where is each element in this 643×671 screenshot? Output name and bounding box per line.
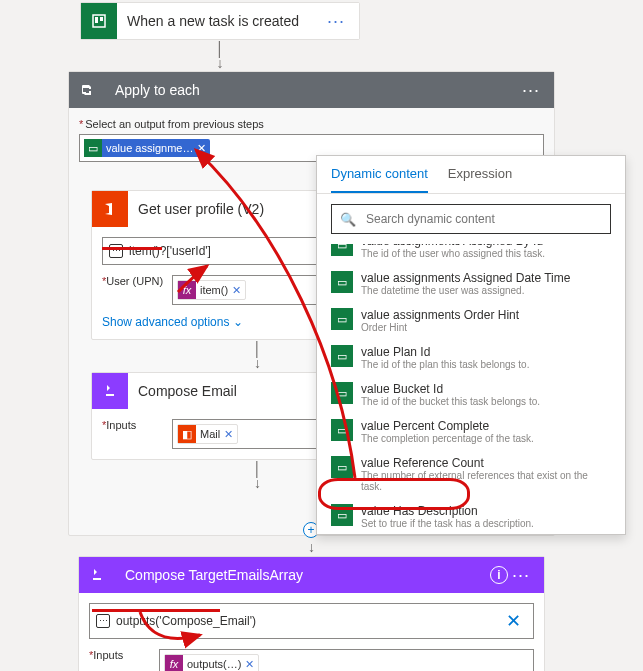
dynamic-content-item[interactable]: ▭value Plan IdThe id of the plan this ta… [325, 339, 617, 376]
token-label: outputs(…) [187, 658, 241, 670]
fx-icon: fx [165, 655, 183, 671]
tab-dynamic-content[interactable]: Dynamic content [331, 156, 428, 193]
dc-item-desc: The completion percentage of the task. [361, 433, 611, 444]
dynamic-content-item[interactable]: ▭value Has DescriptionSet to true if the… [325, 498, 617, 534]
peek-code-box[interactable]: ⋯ outputs('Compose_Email') ✕ [89, 603, 534, 639]
dc-item-title: value Has Description [361, 504, 611, 518]
svg-rect-2 [100, 17, 103, 21]
token-item-expr[interactable]: fx item() ✕ [177, 280, 246, 300]
token-remove-icon[interactable]: ✕ [245, 658, 254, 671]
dynamic-content-item[interactable]: ▭value Bucket IdThe id of the bucket thi… [325, 376, 617, 413]
compose-target-menu-icon[interactable]: ··· [508, 565, 534, 586]
dynamic-content-item[interactable]: ▭value assignments Order HintOrder Hint [325, 302, 617, 339]
chevron-down-icon: ⌄ [233, 315, 243, 329]
dc-item-title: value Plan Id [361, 345, 611, 359]
compose-icon [79, 557, 115, 593]
close-peek-icon[interactable]: ✕ [500, 610, 527, 632]
dynamic-content-flyout: Dynamic content Expression 🔍 ▭value assi… [316, 155, 626, 535]
dynamic-content-item[interactable]: ▭value assignments Assigned By IdThe id … [325, 244, 617, 265]
peek-icon: ⋯ [96, 614, 110, 628]
search-box[interactable]: 🔍 [331, 204, 611, 234]
dc-item-desc: The id of the user who assigned this tas… [361, 248, 611, 259]
search-input[interactable] [364, 211, 602, 227]
fx-icon: fx [178, 281, 196, 299]
trigger-menu-icon[interactable]: ··· [323, 11, 349, 32]
compose-target-input[interactable]: fx outputs(…) ✕ [159, 649, 534, 671]
planner-output-icon: ▭ [331, 456, 353, 478]
planner-token-icon: ▭ [84, 139, 102, 157]
compose-target-title: Compose TargetEmailsArray [125, 567, 490, 583]
search-icon: 🔍 [340, 212, 356, 227]
connector-arrow: │↓ [80, 40, 360, 72]
planner-output-icon: ▭ [331, 419, 353, 441]
dc-item-title: value Bucket Id [361, 382, 611, 396]
dc-item-title: value Percent Complete [361, 419, 611, 433]
token-outputs-expr[interactable]: fx outputs(…) ✕ [164, 654, 259, 671]
dc-item-desc: The id of the plan this task belongs to. [361, 359, 611, 370]
peek-expression: outputs('Compose_Email') [116, 614, 256, 628]
dc-item-title: value assignments Assigned Date Time [361, 271, 611, 285]
show-advanced-link[interactable]: Show advanced options ⌄ [102, 315, 243, 329]
inputs-label: *Inputs [89, 649, 159, 671]
planner-output-icon: ▭ [331, 244, 353, 256]
token-mail[interactable]: ◧ Mail ✕ [177, 424, 238, 444]
token-value-assignments[interactable]: ▭ value assignme… ✕ [84, 139, 210, 157]
connector-arrow: ↓ [68, 538, 555, 556]
token-label: value assignme… [106, 142, 193, 154]
peek-icon: ⋯ [109, 244, 123, 258]
planner-output-icon: ▭ [331, 308, 353, 330]
upn-label: *User (UPN) [102, 275, 172, 305]
token-label: item() [200, 284, 228, 296]
compose-icon [92, 373, 128, 409]
dynamic-content-item[interactable]: ▭value Percent CompleteThe completion pe… [325, 413, 617, 450]
svg-rect-1 [95, 17, 98, 23]
dynamic-content-item[interactable]: ▭value Reference CountThe number of exte… [325, 450, 617, 498]
trigger-title: When a new task is created [127, 13, 323, 29]
token-remove-icon[interactable]: ✕ [197, 142, 206, 155]
office365-token-icon: ◧ [178, 425, 196, 443]
inputs-label: *Inputs [102, 419, 172, 449]
dc-item-title: value Reference Count [361, 456, 611, 470]
info-icon[interactable]: i [490, 566, 508, 584]
dynamic-content-item[interactable]: ▭value assignments Assigned Date TimeThe… [325, 265, 617, 302]
foreach-menu-icon[interactable]: ··· [518, 80, 544, 101]
token-remove-icon[interactable]: ✕ [232, 284, 241, 297]
tab-expression[interactable]: Expression [448, 156, 512, 193]
peek-expression: item()?['userId'] [129, 244, 211, 258]
office365-icon [92, 191, 128, 227]
token-remove-icon[interactable]: ✕ [224, 428, 233, 441]
foreach-title: Apply to each [115, 82, 518, 98]
dc-item-desc: The datetime the user was assigned. [361, 285, 611, 296]
dc-item-desc: Set to true if the task has a descriptio… [361, 518, 611, 529]
dc-item-desc: The number of external references that e… [361, 470, 611, 492]
planner-output-icon: ▭ [331, 382, 353, 404]
svg-rect-0 [93, 15, 105, 27]
dc-item-desc: The id of the bucket this task belongs t… [361, 396, 611, 407]
dc-item-desc: Order Hint [361, 322, 611, 333]
token-label: Mail [200, 428, 220, 440]
select-output-label: *Select an output from previous steps [79, 118, 544, 130]
foreach-icon [69, 72, 105, 108]
planner-output-icon: ▭ [331, 345, 353, 367]
planner-output-icon: ▭ [331, 504, 353, 526]
dc-item-title: value assignments Order Hint [361, 308, 611, 322]
planner-icon [81, 3, 117, 39]
planner-output-icon: ▭ [331, 271, 353, 293]
